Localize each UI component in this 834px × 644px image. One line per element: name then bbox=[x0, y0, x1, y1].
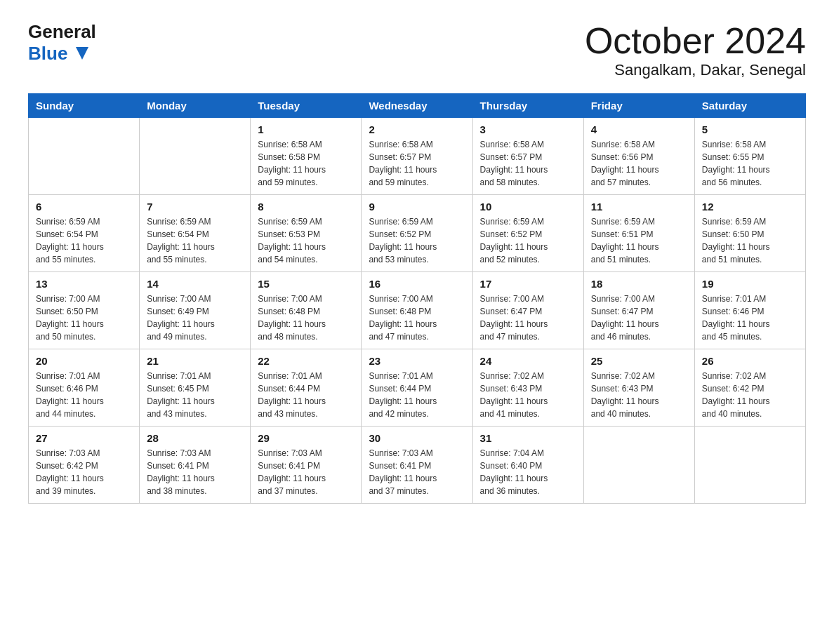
logo-triangle-icon bbox=[76, 47, 88, 60]
calendar-cell: 22Sunrise: 7:01 AM Sunset: 6:44 PM Dayli… bbox=[251, 349, 362, 427]
calendar-header: SundayMondayTuesdayWednesdayThursdayFrid… bbox=[29, 94, 806, 118]
day-info: Sunrise: 7:00 AM Sunset: 6:47 PM Dayligh… bbox=[591, 293, 687, 343]
header-thursday: Thursday bbox=[472, 94, 583, 118]
calendar-cell: 16Sunrise: 7:00 AM Sunset: 6:48 PM Dayli… bbox=[362, 272, 472, 349]
calendar-cell bbox=[29, 118, 140, 195]
calendar-cell: 21Sunrise: 7:01 AM Sunset: 6:45 PM Dayli… bbox=[140, 349, 251, 427]
header-sunday: Sunday bbox=[29, 94, 140, 118]
day-info: Sunrise: 7:01 AM Sunset: 6:45 PM Dayligh… bbox=[147, 370, 243, 420]
day-info: Sunrise: 6:58 AM Sunset: 6:55 PM Dayligh… bbox=[702, 138, 798, 189]
calendar-cell: 14Sunrise: 7:00 AM Sunset: 6:49 PM Dayli… bbox=[140, 272, 251, 349]
day-info: Sunrise: 6:58 AM Sunset: 6:56 PM Dayligh… bbox=[591, 138, 687, 189]
calendar-cell: 13Sunrise: 7:00 AM Sunset: 6:50 PM Dayli… bbox=[29, 272, 140, 349]
day-info: Sunrise: 7:01 AM Sunset: 6:46 PM Dayligh… bbox=[702, 293, 798, 343]
day-number: 26 bbox=[702, 355, 798, 367]
day-number: 10 bbox=[480, 201, 576, 213]
day-info: Sunrise: 6:59 AM Sunset: 6:51 PM Dayligh… bbox=[591, 215, 687, 266]
calendar-cell: 10Sunrise: 6:59 AM Sunset: 6:52 PM Dayli… bbox=[472, 195, 583, 272]
day-info: Sunrise: 7:00 AM Sunset: 6:50 PM Dayligh… bbox=[36, 293, 132, 343]
calendar-cell: 5Sunrise: 6:58 AM Sunset: 6:55 PM Daylig… bbox=[694, 118, 805, 195]
day-info: Sunrise: 7:00 AM Sunset: 6:48 PM Dayligh… bbox=[258, 293, 354, 343]
calendar-cell: 1Sunrise: 6:58 AM Sunset: 6:58 PM Daylig… bbox=[251, 118, 362, 195]
calendar-cell: 6Sunrise: 6:59 AM Sunset: 6:54 PM Daylig… bbox=[29, 195, 140, 272]
day-info: Sunrise: 7:02 AM Sunset: 6:43 PM Dayligh… bbox=[591, 370, 687, 420]
day-number: 27 bbox=[36, 432, 132, 444]
day-info: Sunrise: 7:02 AM Sunset: 6:43 PM Dayligh… bbox=[480, 370, 576, 420]
header-saturday: Saturday bbox=[694, 94, 805, 118]
day-number: 17 bbox=[480, 278, 576, 290]
calendar-cell: 18Sunrise: 7:00 AM Sunset: 6:47 PM Dayli… bbox=[583, 272, 694, 349]
day-info: Sunrise: 7:01 AM Sunset: 6:44 PM Dayligh… bbox=[258, 370, 354, 420]
calendar-cell: 15Sunrise: 7:00 AM Sunset: 6:48 PM Dayli… bbox=[251, 272, 362, 349]
day-info: Sunrise: 6:59 AM Sunset: 6:54 PM Dayligh… bbox=[36, 215, 132, 266]
month-title: October 2024 bbox=[585, 21, 806, 61]
day-number: 14 bbox=[147, 278, 243, 290]
calendar-cell: 3Sunrise: 6:58 AM Sunset: 6:57 PM Daylig… bbox=[472, 118, 583, 195]
day-number: 28 bbox=[147, 432, 243, 444]
logo-general: General bbox=[28, 21, 96, 43]
day-info: Sunrise: 6:58 AM Sunset: 6:58 PM Dayligh… bbox=[258, 138, 354, 189]
calendar-cell: 24Sunrise: 7:02 AM Sunset: 6:43 PM Dayli… bbox=[472, 349, 583, 427]
day-number: 2 bbox=[369, 123, 465, 135]
day-info: Sunrise: 6:59 AM Sunset: 6:54 PM Dayligh… bbox=[147, 215, 243, 266]
day-info: Sunrise: 7:03 AM Sunset: 6:42 PM Dayligh… bbox=[36, 447, 132, 497]
calendar-cell: 12Sunrise: 6:59 AM Sunset: 6:50 PM Dayli… bbox=[694, 195, 805, 272]
day-info: Sunrise: 6:58 AM Sunset: 6:57 PM Dayligh… bbox=[480, 138, 576, 189]
calendar-table: SundayMondayTuesdayWednesdayThursdayFrid… bbox=[28, 93, 806, 504]
logo-blue: Blue bbox=[28, 43, 96, 65]
calendar-cell: 29Sunrise: 7:03 AM Sunset: 6:41 PM Dayli… bbox=[251, 427, 362, 504]
location-title: Sangalkam, Dakar, Senegal bbox=[585, 61, 806, 79]
day-info: Sunrise: 7:04 AM Sunset: 6:40 PM Dayligh… bbox=[480, 447, 576, 497]
day-info: Sunrise: 7:01 AM Sunset: 6:44 PM Dayligh… bbox=[369, 370, 465, 420]
day-number: 4 bbox=[591, 123, 687, 135]
calendar-cell: 4Sunrise: 6:58 AM Sunset: 6:56 PM Daylig… bbox=[583, 118, 694, 195]
day-number: 8 bbox=[258, 201, 354, 213]
week-row-2: 6Sunrise: 6:59 AM Sunset: 6:54 PM Daylig… bbox=[29, 195, 806, 272]
day-info: Sunrise: 6:59 AM Sunset: 6:50 PM Dayligh… bbox=[702, 215, 798, 266]
header-wednesday: Wednesday bbox=[362, 94, 472, 118]
day-number: 22 bbox=[258, 355, 354, 367]
day-number: 11 bbox=[591, 201, 687, 213]
week-row-5: 27Sunrise: 7:03 AM Sunset: 6:42 PM Dayli… bbox=[29, 427, 806, 504]
day-number: 29 bbox=[258, 432, 354, 444]
calendar-cell: 2Sunrise: 6:58 AM Sunset: 6:57 PM Daylig… bbox=[362, 118, 472, 195]
calendar-cell bbox=[694, 427, 805, 504]
day-number: 25 bbox=[591, 355, 687, 367]
calendar-cell: 8Sunrise: 6:59 AM Sunset: 6:53 PM Daylig… bbox=[251, 195, 362, 272]
day-info: Sunrise: 7:03 AM Sunset: 6:41 PM Dayligh… bbox=[147, 447, 243, 497]
week-row-3: 13Sunrise: 7:00 AM Sunset: 6:50 PM Dayli… bbox=[29, 272, 806, 349]
day-number: 20 bbox=[36, 355, 132, 367]
day-number: 24 bbox=[480, 355, 576, 367]
day-number: 23 bbox=[369, 355, 465, 367]
title-area: October 2024 Sangalkam, Dakar, Senegal bbox=[585, 21, 806, 79]
day-number: 1 bbox=[258, 123, 354, 135]
page-header: General Blue October 2024 Sangalkam, Dak… bbox=[28, 21, 806, 79]
day-number: 3 bbox=[480, 123, 576, 135]
day-info: Sunrise: 7:03 AM Sunset: 6:41 PM Dayligh… bbox=[369, 447, 465, 497]
day-info: Sunrise: 6:58 AM Sunset: 6:57 PM Dayligh… bbox=[369, 138, 465, 189]
calendar-cell: 17Sunrise: 7:00 AM Sunset: 6:47 PM Dayli… bbox=[472, 272, 583, 349]
day-info: Sunrise: 6:59 AM Sunset: 6:52 PM Dayligh… bbox=[480, 215, 576, 266]
calendar-cell: 7Sunrise: 6:59 AM Sunset: 6:54 PM Daylig… bbox=[140, 195, 251, 272]
logo: General Blue bbox=[28, 21, 96, 65]
day-number: 18 bbox=[591, 278, 687, 290]
day-number: 7 bbox=[147, 201, 243, 213]
calendar-cell: 28Sunrise: 7:03 AM Sunset: 6:41 PM Dayli… bbox=[140, 427, 251, 504]
day-info: Sunrise: 7:01 AM Sunset: 6:46 PM Dayligh… bbox=[36, 370, 132, 420]
day-number: 6 bbox=[36, 201, 132, 213]
day-number: 30 bbox=[369, 432, 465, 444]
day-number: 31 bbox=[480, 432, 576, 444]
day-number: 19 bbox=[702, 278, 798, 290]
svg-marker-0 bbox=[76, 47, 88, 60]
calendar-cell: 19Sunrise: 7:01 AM Sunset: 6:46 PM Dayli… bbox=[694, 272, 805, 349]
week-row-1: 1Sunrise: 6:58 AM Sunset: 6:58 PM Daylig… bbox=[29, 118, 806, 195]
day-info: Sunrise: 6:59 AM Sunset: 6:53 PM Dayligh… bbox=[258, 215, 354, 266]
calendar-cell: 9Sunrise: 6:59 AM Sunset: 6:52 PM Daylig… bbox=[362, 195, 472, 272]
calendar-cell: 23Sunrise: 7:01 AM Sunset: 6:44 PM Dayli… bbox=[362, 349, 472, 427]
header-tuesday: Tuesday bbox=[251, 94, 362, 118]
day-number: 13 bbox=[36, 278, 132, 290]
day-number: 9 bbox=[369, 201, 465, 213]
week-row-4: 20Sunrise: 7:01 AM Sunset: 6:46 PM Dayli… bbox=[29, 349, 806, 427]
calendar-cell: 26Sunrise: 7:02 AM Sunset: 6:42 PM Dayli… bbox=[694, 349, 805, 427]
calendar-cell: 11Sunrise: 6:59 AM Sunset: 6:51 PM Dayli… bbox=[583, 195, 694, 272]
